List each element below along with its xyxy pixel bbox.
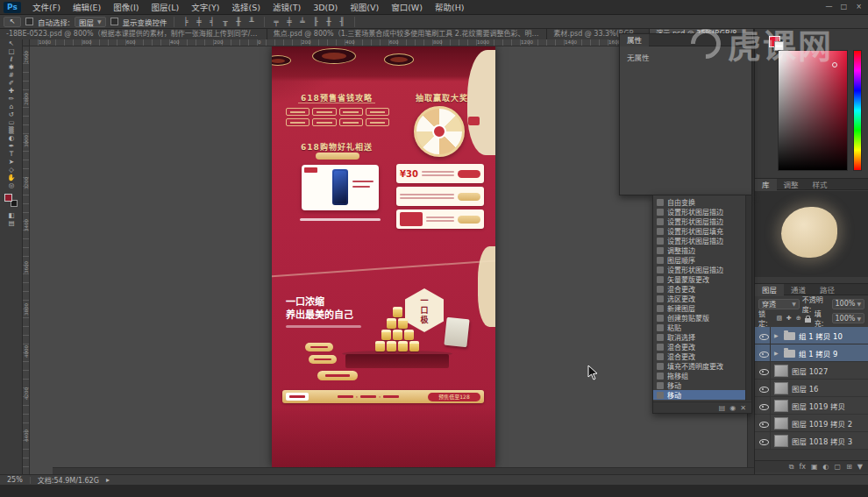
history-state-row[interactable]: 取消选择: [653, 332, 745, 342]
layers-footer-icon[interactable]: ▢: [835, 463, 842, 471]
history-scrollbar[interactable]: [745, 195, 751, 401]
history-state-row[interactable]: 粘贴: [653, 323, 745, 332]
align-icon[interactable]: ╡: [207, 17, 218, 27]
layer-row[interactable]: ▶ 组 1 拷贝 10: [755, 327, 868, 344]
color-picker-cursor[interactable]: [832, 62, 837, 67]
visibility-toggle[interactable]: [757, 397, 771, 415]
library-asset-thumbnail[interactable]: [781, 207, 837, 258]
distribute-icon[interactable]: ╢: [337, 17, 348, 27]
tool-button[interactable]: ↺: [0, 110, 23, 118]
tool-button[interactable]: ⌂: [0, 103, 23, 110]
history-state-row[interactable]: 自由变换: [653, 197, 745, 207]
color-saturation-field[interactable]: [778, 50, 848, 171]
visibility-toggle[interactable]: [757, 415, 771, 432]
tool-button[interactable]: ✏: [0, 95, 23, 103]
tool-button[interactable]: ✚: [0, 87, 23, 95]
visibility-toggle[interactable]: [757, 327, 771, 344]
menu-item[interactable]: 滤镜(T): [267, 0, 307, 15]
tool-button[interactable]: ✱: [0, 63, 23, 71]
menu-item[interactable]: 文字(Y): [185, 0, 225, 15]
menu-item[interactable]: 帮助(H): [429, 0, 471, 15]
tool-button[interactable]: ▒: [0, 126, 23, 134]
distribute-icon[interactable]: ╧: [297, 17, 309, 27]
distribute-icon[interactable]: ╟: [310, 17, 322, 27]
minimize-button[interactable]: —: [822, 0, 836, 13]
layers-footer-icon[interactable]: fx: [799, 463, 806, 471]
tool-button[interactable]: ✐: [0, 79, 23, 87]
history-state-row[interactable]: 矢量蒙版更改: [653, 274, 745, 284]
tool-preset-icon[interactable]: ↖: [4, 17, 21, 27]
history-footer-icon[interactable]: ◉: [729, 404, 736, 412]
layers-footer-icon[interactable]: ⊞: [846, 463, 852, 471]
history-state-row[interactable]: 图层顺序: [653, 255, 745, 265]
align-icon[interactable]: ╪: [194, 17, 205, 27]
opacity-value[interactable]: 100% ▼: [832, 299, 865, 309]
maximize-button[interactable]: □: [836, 0, 851, 13]
tool-button[interactable]: ℓ: [0, 55, 23, 63]
visibility-toggle[interactable]: [757, 362, 771, 380]
close-button[interactable]: ×: [851, 0, 866, 13]
menu-item[interactable]: 图像(I): [107, 0, 145, 15]
tool-button[interactable]: ✋: [0, 174, 23, 181]
zoom-level-field[interactable]: 25%: [7, 476, 23, 484]
tool-button[interactable]: ◐: [0, 134, 23, 142]
history-state-row[interactable]: 设置形状图层描边: [653, 217, 745, 226]
align-icon[interactable]: ╥: [220, 17, 231, 27]
layers-panel-tab[interactable]: 图层: [755, 284, 784, 296]
document-tab[interactable]: 焦点.psd @ 800%（1.三套场景合成中较多使用笔刷工具 2.花纹需要调整…: [267, 29, 548, 39]
history-state-row[interactable]: 混合更改: [653, 284, 745, 294]
menu-item[interactable]: 编辑(E): [67, 0, 107, 15]
history-state-row[interactable]: 设置形状图层描边: [653, 265, 745, 274]
group-expander-icon[interactable]: ▶: [774, 350, 780, 356]
layers-footer-icon[interactable]: ▼: [857, 463, 863, 471]
quick-mask-button[interactable]: ◧: [0, 211, 23, 219]
tool-button[interactable]: □: [0, 47, 23, 55]
history-state-row[interactable]: 设置形状图层描边: [653, 207, 745, 217]
menu-item[interactable]: 选择(S): [225, 0, 266, 15]
tool-button[interactable]: ◇: [0, 166, 23, 174]
group-expander-icon[interactable]: ▶: [774, 332, 780, 338]
align-icon[interactable]: ╨: [246, 17, 258, 27]
layer-row[interactable]: ▶ 图层 1018 拷贝 3: [755, 432, 868, 450]
layer-row[interactable]: ▶ 组 1 拷贝 9: [755, 344, 868, 362]
properties-panel-tab[interactable]: 属性: [620, 34, 649, 46]
layer-row[interactable]: ▶ 图层 1019 拷贝 2: [755, 415, 868, 432]
poster-canvas[interactable]: 618预售省钱攻略 618购物好礼相送 抽取赢取大奖: [272, 46, 495, 467]
history-state-row[interactable]: 拖移组: [653, 371, 745, 380]
color-panel-swatch[interactable]: [769, 36, 780, 47]
layers-footer-icon[interactable]: ⧉: [789, 463, 794, 472]
libraries-panel-tab[interactable]: 调整: [777, 179, 806, 191]
distribute-icon[interactable]: ╤: [271, 17, 282, 27]
status-arrow-icon[interactable]: ▸: [106, 476, 110, 484]
lock-transparency-icon[interactable]: ▨: [776, 314, 783, 323]
libraries-panel-tab[interactable]: 库: [755, 179, 777, 191]
layer-row[interactable]: ▶ 图层 16: [755, 380, 868, 397]
lock-pixels-icon[interactable]: ✚: [786, 314, 793, 323]
screen-mode-button[interactable]: ▤: [0, 219, 23, 227]
libraries-panel-tab[interactable]: 样式: [806, 179, 835, 191]
history-state-row[interactable]: 混合更改: [653, 342, 745, 351]
blend-mode-dropdown[interactable]: 穿透 ▼: [758, 299, 800, 309]
menu-item[interactable]: 文件(F): [26, 0, 67, 15]
history-state-row[interactable]: 混合更改: [653, 351, 745, 361]
history-state-row[interactable]: 移动: [653, 380, 745, 390]
menu-item[interactable]: 图层(L): [146, 0, 186, 15]
visibility-toggle[interactable]: [757, 344, 771, 362]
tool-button[interactable]: T: [0, 150, 23, 158]
visibility-toggle[interactable]: [757, 380, 771, 397]
distribute-icon[interactable]: ╫: [324, 17, 335, 27]
lock-all-icon[interactable]: [805, 314, 812, 323]
lock-position-icon[interactable]: ⊕: [795, 314, 802, 323]
history-state-row[interactable]: 新建图层: [653, 303, 745, 313]
layer-row[interactable]: ▶ 图层 1027: [755, 362, 868, 380]
history-state-row[interactable]: 调整描边: [653, 245, 745, 255]
auto-select-checkbox[interactable]: [25, 18, 33, 25]
tool-button[interactable]: ▭: [0, 118, 23, 126]
auto-select-dropdown[interactable]: 图层 ▼: [75, 17, 106, 27]
menu-item[interactable]: 视图(V): [344, 0, 385, 15]
tool-button[interactable]: #: [0, 71, 23, 79]
layer-row[interactable]: ▶ 图层 1019 拷贝: [755, 397, 868, 415]
history-state-row[interactable]: 选区更改: [653, 294, 745, 303]
align-icon[interactable]: ╫: [233, 17, 245, 27]
tool-button[interactable]: ✒: [0, 142, 23, 150]
